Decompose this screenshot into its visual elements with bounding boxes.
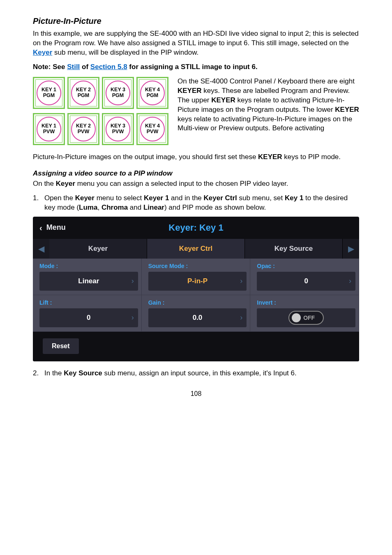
text: keys to PIP mode. xyxy=(282,153,341,161)
gain-selector[interactable]: 0.0 › xyxy=(148,308,247,327)
paragraph: In this example, we are supplying the SE… xyxy=(33,29,359,58)
opac-selector[interactable]: 0 › xyxy=(257,272,355,291)
text: Luma xyxy=(79,204,97,211)
text: ) and PIP mode as shown below. xyxy=(164,204,266,211)
source-mode-cell: Source Mode : P-in-P › xyxy=(142,259,251,295)
source-mode-selector[interactable]: P-in-P › xyxy=(148,272,247,291)
reset-button[interactable]: Reset xyxy=(43,338,79,354)
back-label: Menu xyxy=(46,223,66,232)
lift-selector[interactable]: 0 › xyxy=(39,308,138,327)
tab-row: ◀ Keyer Keyer Ctrl Key Source ▶ xyxy=(33,239,359,259)
tab-keyer-ctrl[interactable]: Keyer Ctrl xyxy=(147,239,245,259)
tab-key-source[interactable]: Key Source xyxy=(245,239,343,259)
tab-keyer[interactable]: Keyer xyxy=(49,239,147,259)
text: Note: See xyxy=(33,63,65,71)
chevron-right-icon: › xyxy=(131,313,134,322)
text: Key Source xyxy=(64,369,102,377)
mode-value: Linear xyxy=(78,277,99,285)
key-label: KEY 3PGM xyxy=(111,87,125,99)
text: On the xyxy=(33,180,56,187)
keyer-ui-panel: ‹ Menu Keyer: Key 1 ◀ Keyer Keyer Ctrl K… xyxy=(33,217,359,361)
text: Keyer xyxy=(75,194,95,202)
paragraph: On the Keyer menu you can assign a selec… xyxy=(33,179,359,189)
panel-title: Keyer: Key 1 xyxy=(144,222,248,233)
key-label: KEY 4PVW xyxy=(145,123,160,135)
text: Keyer Ctrl xyxy=(204,194,237,202)
opac-cell: Opac : 0 › xyxy=(250,259,359,295)
text: sub menu, assign an input source, in thi… xyxy=(102,369,297,377)
panel-header: ‹ Menu Keyer: Key 1 xyxy=(33,217,359,239)
text: KEYER xyxy=(178,87,202,95)
text: , xyxy=(97,204,101,211)
text: Key 1 xyxy=(285,194,303,202)
source-mode-value: P-in-P xyxy=(187,277,208,285)
chevron-right-icon: › xyxy=(240,277,242,285)
keyer-link[interactable]: Keyer xyxy=(33,49,52,56)
key2-pvw: KEY 2PVW xyxy=(67,113,99,145)
text: KEYER xyxy=(258,153,282,161)
key-label: KEY 1PGM xyxy=(42,87,56,99)
opac-value: 0 xyxy=(304,277,308,285)
text: Keyer 1 xyxy=(144,194,169,202)
text: KEYER xyxy=(211,96,235,104)
text: KEYER xyxy=(335,106,359,113)
still-link[interactable]: Still xyxy=(67,63,80,71)
key-label: KEY 3PVW xyxy=(111,123,125,135)
gain-value: 0.0 xyxy=(193,314,203,322)
text: In the xyxy=(44,369,64,377)
key4-pvw: KEY 4PVW xyxy=(136,113,168,145)
chevron-right-icon: › xyxy=(240,313,242,322)
lift-value: 0 xyxy=(87,314,90,322)
gain-label: Gain : xyxy=(148,299,247,306)
mode-selector[interactable]: Linear › xyxy=(39,272,138,291)
text: menu to select xyxy=(95,194,144,202)
section-link[interactable]: Section 5.8 xyxy=(90,63,127,71)
list-number: 2. xyxy=(33,369,44,378)
next-tab-button[interactable]: ▶ xyxy=(343,239,359,259)
text: and xyxy=(128,204,143,211)
text: for assigning a STILL image to input 6. xyxy=(129,63,257,71)
lift-label: Lift : xyxy=(39,299,138,306)
text: In this example, we are supplying the SE… xyxy=(33,30,359,47)
source-mode-label: Source Mode : xyxy=(148,263,247,269)
prev-tab-button[interactable]: ◀ xyxy=(33,239,49,259)
page-number: 108 xyxy=(33,390,359,398)
key2-pgm: KEY 2PGM xyxy=(67,77,99,109)
mode-cell: Mode : Linear › xyxy=(33,259,142,295)
keyer-pgm-row: KEY 1PGM KEY 2PGM KEY 3PGM KEY 4PGM xyxy=(33,77,173,109)
lift-cell: Lift : 0 › xyxy=(33,295,142,332)
settings-grid: Mode : Linear › Source Mode : P-in-P › O… xyxy=(33,259,359,332)
list-number: 1. xyxy=(33,194,44,213)
back-button[interactable]: ‹ Menu xyxy=(39,223,144,232)
text: and in the xyxy=(169,194,203,202)
toggle-knob xyxy=(292,313,301,322)
invert-value: OFF xyxy=(303,314,315,321)
paragraph: Picture-In-Picture images on the output … xyxy=(33,153,359,162)
key3-pvw: KEY 3PVW xyxy=(102,113,134,145)
text: Linear xyxy=(143,204,164,211)
invert-toggle-tile: OFF xyxy=(257,308,355,327)
key-label: KEY 4PGM xyxy=(145,87,160,99)
chevron-left-icon: ‹ xyxy=(39,224,42,232)
keyer-pvw-row: KEY 1PVW KEY 2PVW KEY 3PVW KEY 4PVW xyxy=(33,113,173,145)
mode-label: Mode : xyxy=(39,263,138,269)
invert-cell: Invert : OFF xyxy=(250,295,359,332)
keyer-diagram: KEY 1PGM KEY 2PGM KEY 3PGM KEY 4PGM KEY … xyxy=(33,77,173,149)
key4-pgm: KEY 4PGM xyxy=(136,77,168,109)
subheading: Assigning a video source to a PIP window xyxy=(33,169,359,178)
invert-toggle[interactable]: OFF xyxy=(288,311,324,325)
text: keys relate to activating Picture-In-Pic… xyxy=(178,115,352,132)
document-page: Picture-In-Picture In this example, we a… xyxy=(0,0,392,414)
note-line: Note: See Still of Section 5.8 for assig… xyxy=(33,62,359,72)
text: sub menu, set xyxy=(237,194,285,202)
list-item-2: 2. In the Key Source sub menu, assign an… xyxy=(33,369,359,378)
text: Chroma xyxy=(101,204,128,211)
list-item-1: 1. Open the Keyer menu to select Keyer 1… xyxy=(33,194,359,213)
gain-cell: Gain : 0.0 › xyxy=(142,295,251,332)
invert-label: Invert : xyxy=(257,299,355,306)
key-label: KEY 1PVW xyxy=(42,123,56,135)
chevron-right-icon: › xyxy=(349,277,351,285)
key-label: KEY 2PGM xyxy=(76,87,91,99)
key-label: KEY 2PVW xyxy=(76,123,91,135)
text: Open the xyxy=(44,194,75,202)
